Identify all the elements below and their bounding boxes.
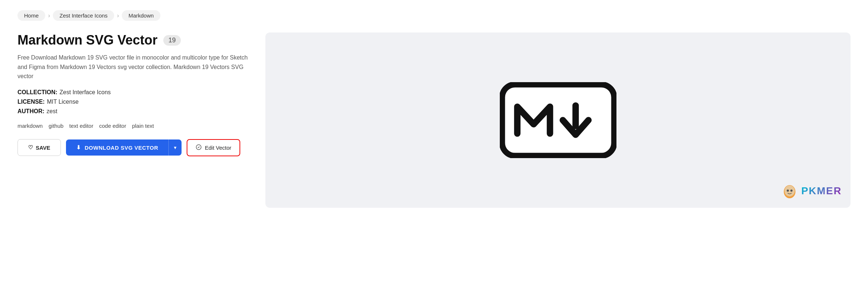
page-title: Markdown SVG Vector bbox=[17, 32, 157, 48]
markdown-icon-preview bbox=[500, 82, 616, 158]
download-button-group: ⬇ DOWNLOAD SVG VECTOR ▾ bbox=[66, 139, 182, 156]
download-chevron-button[interactable]: ▾ bbox=[168, 139, 182, 156]
meta-author-row: AUTHOR: zest bbox=[17, 108, 251, 115]
download-label: DOWNLOAD SVG VECTOR bbox=[85, 145, 158, 151]
save-button[interactable]: ♡ SAVE bbox=[17, 139, 61, 156]
tag-text-editor[interactable]: text editor bbox=[69, 123, 93, 129]
license-label: LICENSE: bbox=[17, 99, 45, 105]
edit-label: Edit Vector bbox=[205, 145, 231, 151]
icon-preview-panel: PKMER bbox=[265, 32, 851, 208]
svg-point-6 bbox=[790, 190, 793, 192]
meta-collection-row: COLLECTION: Zest Interface Icons bbox=[17, 89, 251, 96]
tags-row: markdown github text editor code editor … bbox=[17, 123, 251, 129]
author-value: zest bbox=[47, 108, 57, 115]
svg-point-5 bbox=[787, 190, 789, 192]
main-layout: Markdown SVG Vector 19 Free Download Mar… bbox=[17, 32, 851, 208]
collection-label: COLLECTION: bbox=[17, 89, 57, 96]
chevron-down-icon: ▾ bbox=[174, 145, 176, 150]
description: Free Download Markdown 19 SVG vector fil… bbox=[17, 53, 251, 81]
heart-icon: ♡ bbox=[28, 144, 33, 151]
actions-row: ♡ SAVE ⬇ DOWNLOAD SVG VECTOR ▾ bbox=[17, 139, 251, 156]
breadcrumb: Home › Zest Interface Icons › Markdown bbox=[17, 10, 851, 21]
download-button[interactable]: ⬇ DOWNLOAD SVG VECTOR bbox=[66, 139, 168, 156]
svg-point-4 bbox=[785, 185, 795, 196]
title-row: Markdown SVG Vector 19 bbox=[17, 32, 251, 48]
breadcrumb-sep-1: › bbox=[48, 12, 50, 19]
pkmer-watermark: PKMER bbox=[782, 183, 842, 199]
breadcrumb-collection[interactable]: Zest Interface Icons bbox=[53, 10, 114, 21]
tag-markdown[interactable]: markdown bbox=[17, 123, 43, 129]
pkmer-text: PKMER bbox=[801, 185, 842, 197]
pkmer-logo-icon bbox=[782, 183, 798, 199]
breadcrumb-current[interactable]: Markdown bbox=[122, 10, 160, 21]
tag-github[interactable]: github bbox=[48, 123, 63, 129]
tag-plain-text[interactable]: plain text bbox=[132, 123, 154, 129]
save-label: SAVE bbox=[36, 145, 50, 151]
version-badge: 19 bbox=[163, 35, 181, 46]
markdown-svg-icon bbox=[500, 82, 616, 158]
license-value: MIT License bbox=[47, 99, 79, 105]
collection-value: Zest Interface Icons bbox=[59, 89, 111, 96]
breadcrumb-sep-2: › bbox=[117, 12, 119, 19]
breadcrumb-home[interactable]: Home bbox=[17, 10, 45, 21]
author-label: AUTHOR: bbox=[17, 108, 44, 115]
meta-license-row: LICENSE: MIT License bbox=[17, 99, 251, 105]
download-icon: ⬇ bbox=[76, 144, 81, 151]
edit-icon bbox=[195, 144, 202, 152]
tag-code-editor[interactable]: code editor bbox=[99, 123, 126, 129]
meta-section: COLLECTION: Zest Interface Icons LICENSE… bbox=[17, 89, 251, 115]
edit-vector-button[interactable]: Edit Vector bbox=[187, 139, 240, 156]
left-panel: Markdown SVG Vector 19 Free Download Mar… bbox=[17, 32, 251, 156]
